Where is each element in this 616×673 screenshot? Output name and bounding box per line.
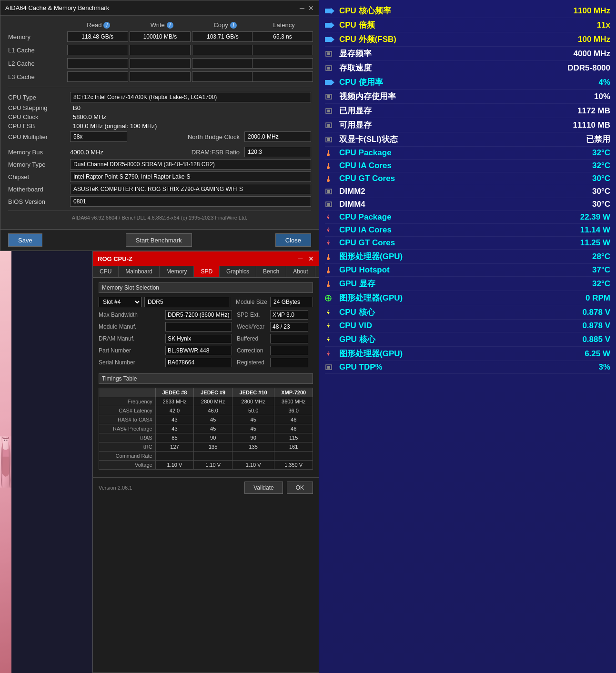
l2-write-input[interactable] [130, 58, 191, 69]
hw-label: CPU 核心频率 [339, 5, 553, 16]
start-benchmark-button[interactable]: Start Benchmark [126, 233, 192, 247]
spd-ext-input[interactable] [270, 310, 308, 320]
tab-about[interactable]: About [286, 266, 315, 277]
correction-input[interactable] [270, 346, 308, 355]
svg-marker-50 [327, 323, 330, 329]
tab-memory[interactable]: Memory [160, 266, 194, 277]
copy-info-icon[interactable]: i [230, 22, 237, 29]
hw-value: 11x [553, 20, 610, 30]
cpuz-close-icon[interactable]: ✕ [308, 255, 314, 262]
memory-write-input[interactable] [130, 31, 191, 42]
svg-marker-35 [327, 227, 330, 233]
hw-label: CPU GT Cores [339, 238, 553, 248]
l2-copy-input[interactable] [192, 58, 253, 69]
write-info-icon[interactable]: i [167, 22, 173, 29]
max-bandwidth-input[interactable] [165, 310, 232, 320]
timings-row-j9: 135 [194, 442, 232, 452]
memory-latency-input[interactable] [252, 31, 313, 42]
module-manuf-input[interactable] [165, 322, 232, 331]
hw-value: 37°C [553, 265, 610, 275]
hw-label: 图形处理器(GPU) [339, 251, 553, 262]
svg-rect-23 [327, 138, 330, 141]
cpu-clock-value: 5800.0 MHz [70, 113, 106, 121]
l3-write-input[interactable] [130, 71, 191, 82]
dram-manuf-input[interactable] [165, 334, 232, 343]
cpuz-content: Memory Slot Selection Slot #4 DDR5 Modul… [93, 278, 319, 474]
nb-clock-value: 2000.0 MHz [244, 131, 311, 142]
svg-marker-51 [327, 337, 330, 342]
aida-titlebar: AIDA64 Cache & Memory Benchmark ─ ✕ [0, 0, 319, 16]
aida-content: Read i Write i Copy i Latency Memory [0, 16, 319, 229]
memory-copy-input[interactable] [192, 31, 253, 42]
cpuz-bottom-buttons: Validate OK [244, 482, 313, 494]
tab-cpu[interactable]: CPU [93, 266, 119, 277]
l1-copy-input[interactable] [192, 45, 253, 55]
read-info-icon[interactable]: i [103, 22, 110, 29]
registered-input[interactable] [270, 358, 308, 367]
cpu-stepping-value: B0 [70, 104, 81, 111]
module-size-value: 24 GBytes [270, 297, 313, 307]
hw-value: 28°C [553, 252, 610, 261]
tab-graphics[interactable]: Graphics [220, 266, 256, 277]
timings-row-xmp: 3600 MHz [274, 397, 313, 406]
dram-manuf-label: DRAM Manuf. [99, 335, 165, 342]
memory-type-label: Memory Type [8, 161, 70, 168]
tab-mainboard[interactable]: Mainboard [119, 266, 160, 277]
hw-row: CPU 核心频率1100 MHz [325, 4, 610, 18]
cpu-fsb-label: CPU FSB [8, 122, 70, 130]
close-icon[interactable]: ✕ [308, 4, 314, 12]
l3-read-input[interactable] [67, 71, 128, 82]
close-button[interactable]: Close [275, 233, 311, 247]
timings-row-j8: 43 [155, 415, 194, 424]
l1-latency-input[interactable] [252, 45, 313, 55]
svg-marker-10 [325, 36, 334, 43]
l3-copy-input[interactable] [192, 71, 253, 82]
svg-rect-40 [328, 267, 329, 271]
hw-row: 存取速度DDR5-8000 [325, 61, 610, 75]
cpuz-minimize-icon[interactable]: ─ [298, 255, 303, 262]
hw-value: 0.885 V [553, 335, 610, 344]
timings-row: Command Rate [99, 452, 313, 461]
cpuz-bottom: Version 2.06.1 Validate OK [93, 477, 319, 498]
serial-number-input[interactable] [165, 358, 232, 367]
svg-rect-25 [328, 150, 329, 154]
cpu-fsb-value: 100.0 MHz (original: 100 MHz) [70, 122, 157, 130]
chip-icon [325, 93, 336, 100]
hw-label: GPU TDP% [339, 362, 553, 372]
tab-spd[interactable]: SPD [194, 266, 220, 277]
memory-read-input[interactable] [67, 31, 128, 42]
timings-row-xmp [274, 452, 313, 461]
l1-write-input[interactable] [130, 45, 191, 55]
timings-row-j9: 2800 MHz [194, 397, 232, 406]
l1-read-input[interactable] [67, 45, 128, 55]
hw-row: CPU 使用率4% [325, 75, 610, 90]
ok-button[interactable]: OK [287, 482, 313, 494]
timings-row-j10: 135 [232, 442, 274, 452]
cpu-clock-label: CPU Clock [8, 113, 70, 121]
hw-value: 32°C [553, 161, 610, 171]
save-button[interactable]: Save [8, 233, 42, 247]
timings-row-j9: 1.10 V [194, 461, 232, 470]
chip-icon [325, 363, 336, 371]
slot-selector[interactable]: Slot #4 [99, 297, 141, 307]
l2-read-input[interactable] [67, 58, 128, 69]
part-number-input[interactable] [165, 346, 232, 355]
timings-row-j9 [194, 452, 232, 461]
tab-bench[interactable]: Bench [256, 266, 286, 277]
cpuz-title: ROG CPU-Z [98, 255, 132, 262]
chipset-value: Intel Raptor Point-S Z790, Intel Raptor … [70, 171, 311, 182]
timings-row: Voltage 1.10 V 1.10 V 1.10 V 1.350 V [99, 461, 313, 470]
svg-rect-29 [328, 176, 329, 180]
l3-latency-input[interactable] [252, 71, 313, 82]
buffered-input[interactable] [270, 334, 308, 343]
validate-button[interactable]: Validate [244, 482, 283, 494]
minimize-icon[interactable]: ─ [300, 4, 304, 12]
correction-label: Correction [237, 347, 270, 354]
hw-label: DIMM2 [339, 187, 553, 196]
hw-row: CPU Package32°C [325, 147, 610, 160]
l2-latency-input[interactable] [252, 58, 313, 69]
chip-icon [325, 50, 336, 58]
week-year-input[interactable] [270, 322, 308, 331]
memory-bus-label: Memory Bus [8, 149, 70, 156]
anime-background [0, 251, 11, 673]
